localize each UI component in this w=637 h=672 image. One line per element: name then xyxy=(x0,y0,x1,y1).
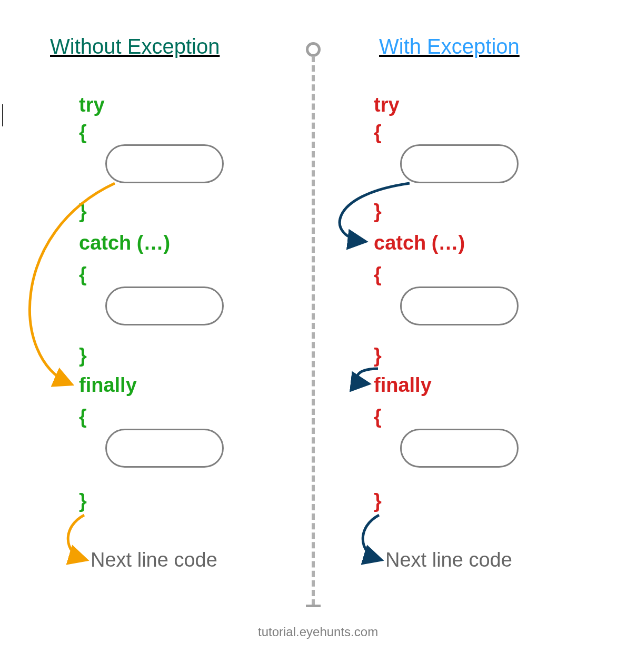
left-close3: } xyxy=(79,490,87,512)
right-finally: finally xyxy=(374,374,432,397)
left-catch: catch (…) xyxy=(79,232,170,254)
left-finally: finally xyxy=(79,374,137,397)
right-close3: } xyxy=(374,490,382,512)
arrow-left-try-to-finally xyxy=(29,183,115,383)
right-close1: } xyxy=(374,200,382,223)
left-open3: { xyxy=(79,406,87,428)
heading-left: Without Exception xyxy=(50,35,220,58)
divider-top-circle xyxy=(306,42,321,57)
text-cursor xyxy=(2,104,3,126)
right-try: try xyxy=(374,94,400,116)
right-try-block xyxy=(400,144,519,183)
left-next: Next line code xyxy=(91,549,217,571)
left-finally-block xyxy=(105,429,224,468)
arrow-left-finally-to-next xyxy=(68,515,84,559)
left-open1: { xyxy=(79,121,87,144)
right-catch-block xyxy=(400,286,519,325)
right-finally-block xyxy=(400,429,519,468)
left-close1: } xyxy=(79,200,87,223)
right-open2: { xyxy=(374,263,382,286)
heading-right: With Exception xyxy=(379,35,520,58)
arrow-right-finally-to-next xyxy=(363,515,379,559)
right-open1: { xyxy=(374,121,382,144)
right-open3: { xyxy=(374,406,382,428)
footer-text: tutorial.eyehunts.com xyxy=(258,625,378,639)
left-open2: { xyxy=(79,263,87,286)
left-catch-block xyxy=(105,286,224,325)
left-try: try xyxy=(79,94,105,116)
divider-bottom-t xyxy=(306,605,321,607)
right-close2: } xyxy=(374,344,382,367)
left-try-block xyxy=(105,144,224,183)
divider-line xyxy=(312,56,315,606)
right-catch: catch (…) xyxy=(374,232,465,254)
right-next: Next line code xyxy=(385,549,512,571)
left-close2: } xyxy=(79,344,87,367)
